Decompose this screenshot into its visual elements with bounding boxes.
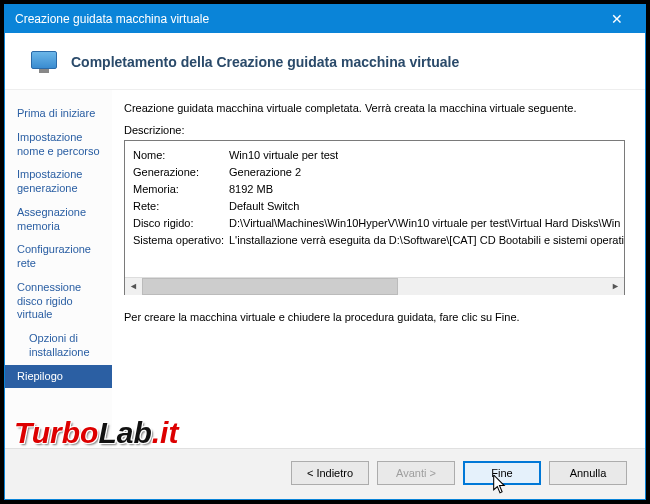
wizard-header: Completamento della Creazione guidata ma… [5, 33, 645, 90]
summary-value: Default Switch [229, 198, 299, 215]
step-name-path[interactable]: Impostazione nome e percorso [5, 126, 112, 164]
closing-instruction: Per creare la macchina virtuale e chiude… [124, 311, 625, 323]
step-before-start[interactable]: Prima di iniziare [5, 102, 112, 126]
back-button[interactable]: < Indietro [291, 461, 369, 485]
description-label: Descrizione: [124, 124, 625, 136]
step-vhd[interactable]: Connessione disco rigido virtuale [5, 276, 112, 327]
summary-value: D:\Virtual\Machines\Win10HyperV\Win10 vi… [229, 215, 620, 232]
horizontal-scrollbar[interactable]: ◄ ► [125, 277, 624, 294]
step-summary[interactable]: Riepilogo [5, 365, 112, 389]
wizard-steps-sidebar: Prima di iniziare Impostazione nome e pe… [5, 90, 112, 448]
monitor-icon [31, 51, 57, 73]
summary-row-generation: Generazione: Generazione 2 [133, 164, 624, 181]
summary-row-network: Rete: Default Switch [133, 198, 624, 215]
step-generation[interactable]: Impostazione generazione [5, 163, 112, 201]
wizard-content: Creazione guidata macchina virtuale comp… [112, 90, 645, 448]
page-title: Completamento della Creazione guidata ma… [71, 54, 459, 70]
summary-value: L'installazione verrà eseguita da D:\Sof… [229, 232, 624, 249]
wizard-window: Creazione guidata macchina virtuale ✕ Co… [4, 4, 646, 500]
summary-key: Nome: [133, 147, 229, 164]
summary-row-name: Nome: Win10 virtuale per test [133, 147, 624, 164]
scroll-right-icon[interactable]: ► [607, 278, 624, 295]
step-memory[interactable]: Assegnazione memoria [5, 201, 112, 239]
step-install-options[interactable]: Opzioni di installazione [5, 327, 112, 365]
summary-box: Nome: Win10 virtuale per test Generazion… [124, 140, 625, 295]
summary-key: Memoria: [133, 181, 229, 198]
scroll-track[interactable] [142, 278, 607, 295]
summary-value: Win10 virtuale per test [229, 147, 338, 164]
cancel-button[interactable]: Annulla [549, 461, 627, 485]
scroll-left-icon[interactable]: ◄ [125, 278, 142, 295]
finish-button[interactable]: Fine [463, 461, 541, 485]
summary-intro-text: Creazione guidata macchina virtuale comp… [124, 102, 625, 114]
titlebar: Creazione guidata macchina virtuale ✕ [5, 5, 645, 33]
summary-key: Generazione: [133, 164, 229, 181]
window-title: Creazione guidata macchina virtuale [15, 12, 599, 26]
summary-row-memory: Memoria: 8192 MB [133, 181, 624, 198]
summary-key: Disco rigido: [133, 215, 229, 232]
summary-key: Rete: [133, 198, 229, 215]
summary-row-disk: Disco rigido: D:\Virtual\Machines\Win10H… [133, 215, 624, 232]
scroll-thumb[interactable] [142, 278, 398, 295]
summary-key: Sistema operativo: [133, 232, 229, 249]
wizard-footer: < Indietro Avanti > Fine Annulla [5, 448, 645, 499]
next-button: Avanti > [377, 461, 455, 485]
summary-value: 8192 MB [229, 181, 273, 198]
summary-value: Generazione 2 [229, 164, 301, 181]
close-icon[interactable]: ✕ [599, 11, 635, 27]
summary-row-os: Sistema operativo: L'installazione verrà… [133, 232, 624, 249]
step-network[interactable]: Configurazione rete [5, 238, 112, 276]
